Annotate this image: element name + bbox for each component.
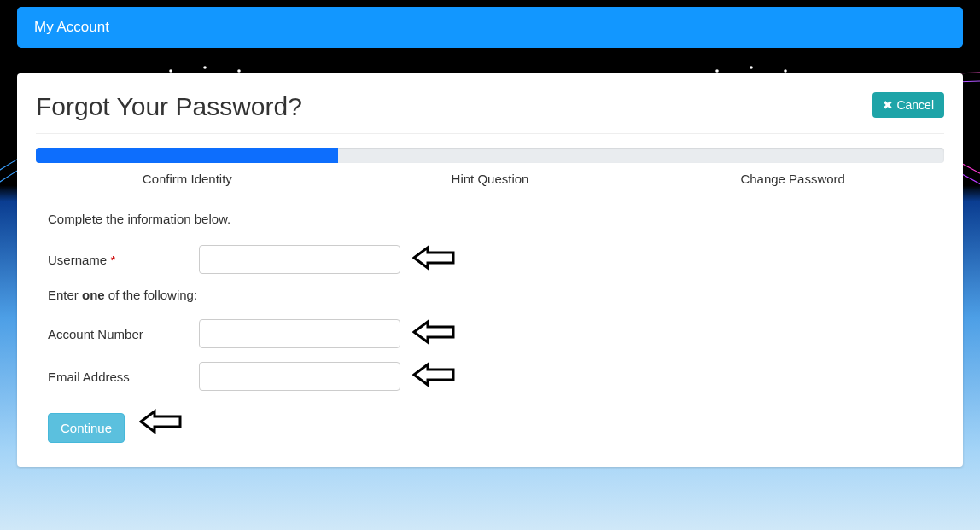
progress-bar-track bbox=[36, 148, 944, 163]
required-asterisk: * bbox=[110, 253, 115, 267]
svg-point-5 bbox=[203, 66, 207, 69]
account-number-label: Account Number bbox=[48, 327, 199, 341]
divider bbox=[36, 133, 944, 134]
sub-instruction: Enter one of the following: bbox=[48, 288, 944, 302]
row-username: Username * bbox=[48, 245, 944, 274]
username-label-text: Username bbox=[48, 253, 107, 267]
main-panel: Forgot Your Password? ✖ Cancel Confirm I… bbox=[17, 73, 963, 467]
svg-point-12 bbox=[750, 66, 753, 69]
svg-point-13 bbox=[784, 69, 787, 73]
svg-point-11 bbox=[715, 69, 719, 73]
sub-instruction-pre: Enter bbox=[48, 288, 82, 302]
form-section: Complete the information below. Username… bbox=[36, 212, 944, 443]
svg-point-6 bbox=[237, 69, 241, 73]
page-title: Forgot Your Password? bbox=[36, 92, 302, 121]
close-icon: ✖ bbox=[883, 99, 893, 111]
row-email: Email Address bbox=[48, 362, 944, 391]
step-hint-question: Hint Question bbox=[339, 172, 642, 186]
continue-button[interactable]: Continue bbox=[48, 413, 125, 443]
email-input[interactable] bbox=[199, 362, 400, 391]
step-change-password: Change Password bbox=[641, 172, 944, 186]
progress-steps: Confirm Identity Hint Question Change Pa… bbox=[36, 172, 944, 186]
panel-header: Forgot Your Password? ✖ Cancel bbox=[36, 92, 944, 121]
arrow-annotation-icon bbox=[412, 319, 457, 345]
cancel-button-label: Cancel bbox=[896, 98, 934, 112]
arrow-annotation-icon bbox=[412, 245, 457, 271]
email-label: Email Address bbox=[48, 370, 199, 384]
nav-my-account[interactable]: My Account bbox=[34, 19, 109, 35]
account-number-input[interactable] bbox=[199, 319, 400, 348]
arrow-annotation-icon bbox=[412, 362, 457, 387]
username-input[interactable] bbox=[199, 245, 400, 274]
row-account-number: Account Number bbox=[48, 319, 944, 348]
svg-point-4 bbox=[169, 69, 172, 73]
cancel-button[interactable]: ✖ Cancel bbox=[872, 92, 944, 118]
sub-instruction-bold: one bbox=[82, 288, 105, 302]
sub-instruction-post: of the following: bbox=[105, 288, 197, 302]
arrow-annotation-icon bbox=[139, 409, 184, 434]
username-label: Username * bbox=[48, 253, 199, 267]
navbar: My Account bbox=[17, 7, 963, 48]
step-confirm-identity: Confirm Identity bbox=[36, 172, 339, 186]
progress-bar-fill bbox=[36, 148, 338, 163]
form-instruction: Complete the information below. bbox=[48, 212, 944, 226]
